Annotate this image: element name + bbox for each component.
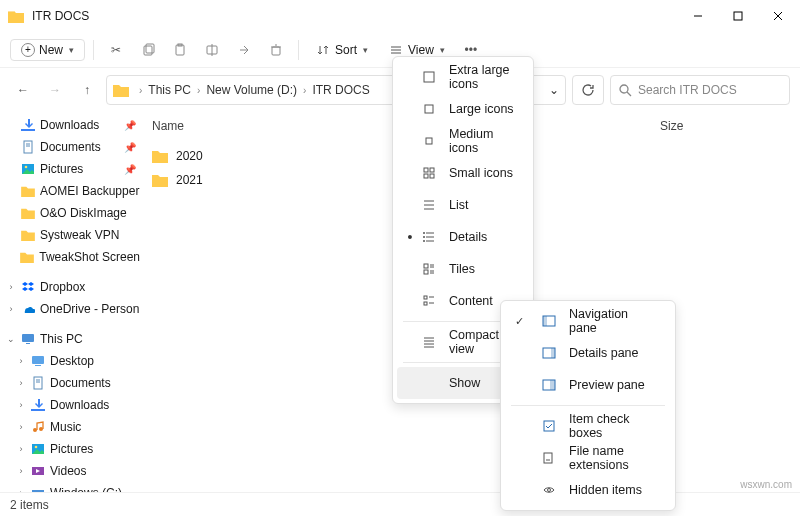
delete-button[interactable]: [262, 38, 290, 62]
sidebar-item[interactable]: TweakShot Screen: [0, 246, 140, 268]
sidebar-item[interactable]: O&O DiskImage: [0, 202, 140, 224]
item-count: 2 items: [10, 498, 49, 512]
tree-twisty[interactable]: ›: [16, 356, 26, 366]
folder-icon: [20, 249, 36, 265]
pic-icon: [30, 441, 46, 457]
separator: [298, 40, 299, 60]
cut-button[interactable]: ✂: [102, 38, 130, 62]
menu-item[interactable]: Tiles: [397, 253, 529, 285]
crumb[interactable]: New Volume (D:): [206, 83, 297, 97]
svg-rect-31: [31, 409, 45, 411]
sidebar-item[interactable]: › Downloads: [0, 394, 140, 416]
svg-rect-60: [424, 270, 428, 274]
svg-point-23: [25, 166, 28, 169]
svg-rect-24: [22, 334, 34, 342]
sidebar-item[interactable]: › Windows (C:): [0, 482, 140, 492]
submenu-item[interactable]: Details pane: [505, 337, 671, 369]
tree-twisty[interactable]: ›: [6, 304, 16, 314]
menu-item[interactable]: Extra large icons: [397, 61, 529, 93]
new-button[interactable]: + New ▾: [10, 39, 85, 61]
menu-item[interactable]: Small icons: [397, 157, 529, 189]
md-icon: [421, 133, 437, 149]
tree-twisty[interactable]: ⌄: [6, 334, 16, 344]
tree-twisty[interactable]: ›: [16, 466, 26, 476]
sidebar-label: Downloads: [50, 398, 109, 412]
sidebar-label: Documents: [40, 140, 101, 154]
pin-icon: 📌: [124, 164, 136, 175]
view-label: View: [408, 43, 434, 57]
chevron-down-icon: ▾: [363, 45, 368, 55]
title-bar: ITR DOCS: [0, 0, 800, 32]
sidebar-item[interactable]: Documents 📌: [0, 136, 140, 158]
tree-twisty[interactable]: ›: [16, 444, 26, 454]
svg-rect-63: [424, 296, 427, 299]
sidebar-label: Documents: [50, 376, 111, 390]
svg-rect-25: [26, 343, 30, 344]
pic-icon: [20, 161, 36, 177]
minimize-button[interactable]: [678, 0, 718, 32]
sidebar-item[interactable]: › Documents: [0, 372, 140, 394]
submenu-item[interactable]: Hidden items: [505, 474, 671, 506]
maximize-button[interactable]: [718, 0, 758, 32]
back-button[interactable]: ←: [10, 77, 36, 103]
sidebar-item[interactable]: › Dropbox: [0, 276, 140, 298]
sidebar-item[interactable]: ⌄ This PC: [0, 328, 140, 350]
copy-button[interactable]: [134, 38, 162, 62]
share-icon: [236, 42, 252, 58]
svg-rect-28: [34, 377, 42, 389]
download-icon: [20, 117, 36, 133]
navpane-icon: [541, 313, 557, 329]
submenu-item[interactable]: File name extensions: [505, 442, 671, 474]
sidebar-item[interactable]: › Pictures: [0, 438, 140, 460]
tree-twisty[interactable]: ›: [16, 378, 26, 388]
music-icon: [30, 419, 46, 435]
xl-icon: [421, 69, 437, 85]
submenu-item[interactable]: Item check boxes: [505, 410, 671, 442]
svg-rect-47: [430, 174, 434, 178]
crumb[interactable]: ITR DOCS: [312, 83, 369, 97]
submenu-item[interactable]: ✓ Navigation pane: [505, 305, 671, 337]
svg-rect-26: [32, 356, 44, 364]
crumb[interactable]: This PC: [148, 83, 191, 97]
refresh-button[interactable]: [572, 75, 604, 105]
chevron-down-icon[interactable]: ⌄: [549, 83, 559, 97]
rename-button[interactable]: [198, 38, 226, 62]
copy-icon: [140, 42, 156, 58]
sidebar-item[interactable]: Downloads 📌: [0, 114, 140, 136]
sort-button[interactable]: Sort ▾: [307, 38, 376, 62]
menu-item[interactable]: Medium icons: [397, 125, 529, 157]
sidebar-item[interactable]: › Videos: [0, 460, 140, 482]
sidebar-item[interactable]: Systweak VPN: [0, 224, 140, 246]
download-icon: [30, 397, 46, 413]
forward-button[interactable]: →: [42, 77, 68, 103]
dropbox-icon: [20, 279, 36, 295]
tree-twisty[interactable]: ›: [16, 422, 26, 432]
up-button[interactable]: ↑: [74, 77, 100, 103]
sidebar-item[interactable]: › Music: [0, 416, 140, 438]
paste-button[interactable]: [166, 38, 194, 62]
folder-icon: [20, 227, 36, 243]
sidebar-item[interactable]: Pictures 📌: [0, 158, 140, 180]
show-submenu: ✓ Navigation pane Details pane Preview p…: [500, 300, 676, 511]
search-box[interactable]: Search ITR DOCS: [610, 75, 790, 105]
sidebar-label: Desktop: [50, 354, 94, 368]
sidebar-label: Dropbox: [40, 280, 85, 294]
sidebar-item[interactable]: AOMEI Backupper: [0, 180, 140, 202]
close-button[interactable]: [758, 0, 798, 32]
sidebar-item[interactable]: › Desktop: [0, 350, 140, 372]
file-name: 2021: [176, 173, 203, 187]
menu-item[interactable]: List: [397, 189, 529, 221]
tiles-icon: [421, 261, 437, 277]
column-size[interactable]: Size: [660, 119, 800, 133]
svg-rect-10: [272, 47, 280, 55]
sidebar-item[interactable]: › OneDrive - Person: [0, 298, 140, 320]
svg-rect-43: [426, 138, 432, 144]
menu-item[interactable]: • Details: [397, 221, 529, 253]
submenu-item[interactable]: Preview pane: [505, 369, 671, 401]
svg-point-56: [423, 240, 425, 242]
menu-item[interactable]: Large icons: [397, 93, 529, 125]
tree-twisty[interactable]: ›: [16, 400, 26, 410]
svg-rect-57: [424, 264, 428, 268]
share-button[interactable]: [230, 38, 258, 62]
tree-twisty[interactable]: ›: [6, 282, 16, 292]
